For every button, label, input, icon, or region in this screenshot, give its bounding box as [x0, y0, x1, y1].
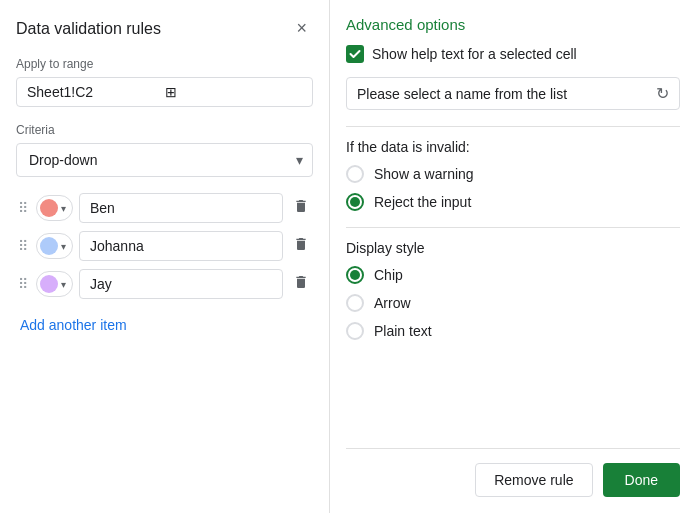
item-input-2[interactable]	[79, 231, 283, 261]
criteria-section: Criteria Drop-downDrop-down (from a rang…	[16, 123, 313, 193]
color-dot-2	[40, 237, 58, 255]
delete-item-3-button[interactable]	[289, 272, 313, 296]
arrow-label: Arrow	[374, 295, 411, 311]
grid-icon: ⊞	[165, 84, 303, 100]
drag-handle-icon[interactable]: ⠿	[16, 198, 30, 218]
show-warning-radio-button[interactable]	[346, 165, 364, 183]
remove-rule-button[interactable]: Remove rule	[475, 463, 592, 497]
done-button[interactable]: Done	[603, 463, 680, 497]
arrow-radio[interactable]: Arrow	[346, 294, 680, 312]
refresh-icon[interactable]: ↻	[656, 84, 669, 103]
invalid-data-title: If the data is invalid:	[346, 139, 680, 155]
show-help-text-checkbox[interactable]	[346, 45, 364, 63]
help-text-input-row[interactable]: Please select a name from the list ↻	[346, 77, 680, 110]
reject-input-label: Reject the input	[374, 194, 471, 210]
reject-input-radio-inner	[350, 197, 360, 207]
panel-title: Data validation rules	[16, 20, 161, 38]
display-style-radio-group: Chip Arrow Plain text	[346, 266, 680, 340]
plain-text-radio-button[interactable]	[346, 322, 364, 340]
plain-text-label: Plain text	[374, 323, 432, 339]
drag-handle-icon[interactable]: ⠿	[16, 274, 30, 294]
color-chevron-icon: ▾	[61, 241, 66, 252]
criteria-label: Criteria	[16, 123, 313, 137]
apply-to-range-section: Apply to range Sheet1!C2 ⊞	[16, 57, 313, 123]
criteria-select[interactable]: Drop-downDrop-down (from a range)Checkbo…	[16, 143, 313, 177]
drag-handle-icon[interactable]: ⠿	[16, 236, 30, 256]
color-pill-3[interactable]: ▾	[36, 271, 73, 297]
help-text-value: Please select a name from the list	[357, 86, 648, 102]
list-item: ⠿ ▾	[16, 269, 313, 299]
list-item: ⠿ ▾	[16, 193, 313, 223]
show-warning-radio[interactable]: Show a warning	[346, 165, 680, 183]
show-warning-label: Show a warning	[374, 166, 474, 182]
bottom-bar: Remove rule Done	[346, 448, 680, 497]
chip-radio-inner	[350, 270, 360, 280]
advanced-options-title: Advanced options	[346, 16, 680, 33]
item-input-1[interactable]	[79, 193, 283, 223]
show-help-text-label: Show help text for a selected cell	[372, 46, 577, 62]
show-help-text-row: Show help text for a selected cell	[346, 45, 680, 63]
color-dot-1	[40, 199, 58, 217]
divider-2	[346, 227, 680, 228]
chip-radio[interactable]: Chip	[346, 266, 680, 284]
left-panel: Data validation rules × Apply to range S…	[0, 0, 330, 513]
add-another-item-button[interactable]: Add another item	[16, 311, 313, 339]
panel-header: Data validation rules ×	[16, 16, 313, 41]
close-button[interactable]: ×	[290, 16, 313, 41]
color-chevron-icon: ▾	[61, 203, 66, 214]
color-pill-1[interactable]: ▾	[36, 195, 73, 221]
item-input-3[interactable]	[79, 269, 283, 299]
right-panel: Advanced options Show help text for a se…	[330, 0, 696, 513]
color-dot-3	[40, 275, 58, 293]
reject-input-radio-button[interactable]	[346, 193, 364, 211]
color-pill-2[interactable]: ▾	[36, 233, 73, 259]
range-value: Sheet1!C2	[27, 84, 165, 100]
chip-radio-button[interactable]	[346, 266, 364, 284]
apply-to-range-label: Apply to range	[16, 57, 313, 71]
invalid-data-radio-group: Show a warning Reject the input	[346, 165, 680, 211]
chip-label: Chip	[374, 267, 403, 283]
items-list: ⠿ ▾ ⠿ ▾ ⠿ ▾	[16, 193, 313, 299]
divider-1	[346, 126, 680, 127]
plain-text-radio[interactable]: Plain text	[346, 322, 680, 340]
delete-item-1-button[interactable]	[289, 196, 313, 220]
display-style-title: Display style	[346, 240, 680, 256]
delete-item-2-button[interactable]	[289, 234, 313, 258]
criteria-select-wrapper: Drop-downDrop-down (from a range)Checkbo…	[16, 143, 313, 177]
color-chevron-icon: ▾	[61, 279, 66, 290]
advanced-options-section: Advanced options Show help text for a se…	[346, 16, 680, 356]
reject-input-radio[interactable]: Reject the input	[346, 193, 680, 211]
range-input-wrapper[interactable]: Sheet1!C2 ⊞	[16, 77, 313, 107]
arrow-radio-button[interactable]	[346, 294, 364, 312]
list-item: ⠿ ▾	[16, 231, 313, 261]
